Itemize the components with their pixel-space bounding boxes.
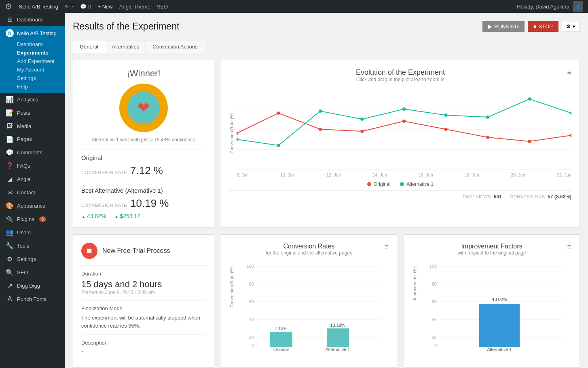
- sidebar-sub-experiments[interactable]: Experiments: [0, 48, 65, 57]
- evolution-x-labels: 8. Jun10. Jun12. Jun14. Jun16. Jun18. Ju…: [237, 172, 571, 177]
- svg-point-10: [277, 111, 280, 115]
- sidebar: ⊞ Dashboard N Nelio A/B Testing Dashboar…: [0, 13, 65, 368]
- sidebar-item-dashboard[interactable]: ⊞ Dashboard: [0, 13, 65, 26]
- svg-point-12: [360, 130, 364, 133]
- pageviews-value: 661: [494, 194, 502, 200]
- tab-general[interactable]: General: [73, 40, 105, 53]
- tab-conversion-actions[interactable]: Conversion Actions: [146, 40, 204, 53]
- trophy-inner: ❤: [127, 92, 160, 124]
- plugins-badge: 6: [39, 217, 47, 222]
- chart-legend: Original Alternative 1: [229, 181, 571, 187]
- svg-text:100: 100: [247, 264, 254, 269]
- sidebar-item-angle[interactable]: ◢ Angle: [0, 172, 65, 186]
- svg-point-23: [444, 114, 448, 117]
- chart-footer: PAGEVIEWS 661 CONVERSIONS 57 (8.62%): [229, 190, 571, 200]
- dashboard-icon: ⊞: [6, 16, 14, 23]
- angle-icon: ◢: [6, 175, 14, 183]
- duration-value: 15 days and 2 hours: [81, 279, 206, 290]
- settings-icon: ⚙: [6, 255, 14, 263]
- sidebar-tools-label: Tools: [17, 243, 29, 249]
- sidebar-faqs-label: FAQs: [17, 163, 30, 169]
- sub-my-account-label: My Account: [17, 67, 44, 73]
- sidebar-appearance-label: Appearance: [17, 203, 45, 209]
- sidebar-sub-my-account[interactable]: My Account: [0, 65, 65, 74]
- pages-icon: 📄: [6, 135, 14, 143]
- sidebar-item-settings[interactable]: ⚙ Settings: [0, 252, 65, 266]
- pageviews-stat: PAGEVIEWS 661: [463, 194, 501, 200]
- sidebar-posts-label: Posts: [17, 110, 30, 116]
- sidebar-item-contact[interactable]: ✉ Contact: [0, 186, 65, 199]
- header-actions: ▶ RUNNING ■ STOP ⚙ ▾: [482, 21, 580, 32]
- tab-alternatives[interactable]: Alternatives: [105, 40, 146, 53]
- sidebar-item-seo[interactable]: 🔍 SEO: [0, 266, 65, 279]
- improvement-title: Improvement Factors: [444, 243, 539, 250]
- evolution-chart-menu[interactable]: ≡: [567, 68, 571, 76]
- seo-item[interactable]: SEO: [157, 4, 168, 10]
- metrics-row: 43.02% $258.12: [81, 213, 206, 219]
- evolution-chart-card: Evolution of the Experiment Click and dr…: [221, 60, 580, 228]
- sidebar-contact-label: Contact: [17, 189, 35, 196]
- site-name-item[interactable]: Nelio A/B Testing: [19, 4, 58, 10]
- sub-add-experiment-label: Add Experiment: [17, 58, 55, 64]
- sidebar-settings-label: Settings: [17, 256, 36, 262]
- sidebar-angle-label: Angle: [17, 176, 30, 182]
- wp-icon: ⚙: [5, 2, 12, 11]
- sidebar-item-punch-fonts[interactable]: A Punch Fonts: [0, 292, 65, 305]
- sidebar-item-appearance[interactable]: 🎨 Appearance: [0, 199, 65, 212]
- sidebar-item-diggdigg[interactable]: ↗ Digg Digg: [0, 279, 65, 292]
- sidebar-item-comments[interactable]: 💬 Comments: [0, 146, 65, 159]
- svg-text:20: 20: [432, 335, 437, 340]
- sidebar-sub-settings[interactable]: Settings: [0, 74, 65, 82]
- sidebar-diggdigg-label: Digg Digg: [17, 283, 40, 289]
- sidebar-item-pages[interactable]: 📄 Pages: [0, 132, 65, 146]
- bottom-cards-row: ⏹ New Free-Trial Process Duration 15 day…: [73, 234, 580, 368]
- angle-theme-item[interactable]: Angle Theme: [119, 4, 150, 10]
- improvement-header: Improvement Factors with respect to the …: [412, 243, 571, 261]
- svg-text:40: 40: [249, 317, 254, 322]
- sidebar-item-media[interactable]: 🖼 Media: [0, 120, 65, 132]
- svg-point-21: [360, 118, 364, 121]
- alt-rate-value: 10.19 %: [130, 197, 169, 210]
- conv-rates-y-label: Conversion Rate (%): [229, 266, 234, 307]
- finalization-text: The experiment will be automatically sto…: [81, 314, 206, 330]
- new-item[interactable]: + New: [98, 4, 113, 10]
- conv-rates-header: Conversion Rates for the original and th…: [229, 243, 389, 261]
- tab-alternatives-label: Alternatives: [112, 44, 139, 50]
- tabs-bar: General Alternatives Conversion Actions: [73, 40, 580, 53]
- sidebar-pages-label: Pages: [17, 136, 32, 142]
- sidebar-item-users[interactable]: 👥 Users: [0, 226, 65, 239]
- sidebar-item-nelio[interactable]: N Nelio A/B Testing: [0, 26, 65, 40]
- conv-rates-menu[interactable]: ≡: [384, 243, 389, 251]
- started-sub: Started on June 8, 2015 - 5:48 am: [81, 290, 206, 295]
- svg-point-22: [402, 107, 406, 111]
- sidebar-sub-dashboard[interactable]: Dashboard: [0, 40, 65, 48]
- sidebar-item-tools[interactable]: 🔧 Tools: [0, 239, 65, 252]
- wp-logo-item[interactable]: ⚙: [5, 2, 12, 11]
- admin-bar: ⚙ Nelio A/B Testing ↻ 7 💬 0 + New Angle …: [0, 0, 588, 13]
- sidebar-sub-add-experiment[interactable]: Add Experiment: [0, 57, 65, 65]
- sub-help-label: Help: [17, 84, 28, 90]
- sidebar-item-analytics[interactable]: 📊 Analytics: [0, 93, 65, 106]
- sidebar-seo-label: SEO: [17, 269, 28, 275]
- stop-button[interactable]: ■ STOP: [528, 21, 558, 32]
- experiment-icon: ⏹: [81, 243, 97, 259]
- settings-gear-button[interactable]: ⚙ ▾: [562, 21, 580, 32]
- updates-item[interactable]: ↻ 7: [65, 4, 74, 10]
- description-label: Description: [81, 340, 206, 346]
- sidebar-item-posts[interactable]: 📝 Posts: [0, 106, 65, 120]
- evolution-chart-title: Evolution of the Experiment: [298, 68, 503, 77]
- improvement-menu[interactable]: ≡: [567, 243, 571, 251]
- sidebar-sub-help[interactable]: Help: [0, 82, 65, 93]
- sidebar-comments-label: Comments: [17, 149, 42, 156]
- improvement-metric: 43.02%: [81, 213, 106, 219]
- running-button[interactable]: ▶ RUNNING: [482, 21, 525, 32]
- sidebar-item-faqs[interactable]: ❓ FAQs: [0, 159, 65, 172]
- best-alt-label: Best Alternative (Alternative 1): [81, 187, 206, 194]
- site-name-label: Nelio A/B Testing: [19, 4, 58, 10]
- comments-item[interactable]: 💬 0: [80, 4, 91, 10]
- svg-text:Original: Original: [273, 347, 289, 351]
- sidebar-item-plugins[interactable]: 🔌 Plugins 6: [0, 212, 65, 226]
- svg-point-18: [237, 138, 238, 141]
- sidebar-plugins-label: Plugins: [17, 216, 34, 222]
- evolution-y-label: Conversion Rate (%): [229, 112, 234, 154]
